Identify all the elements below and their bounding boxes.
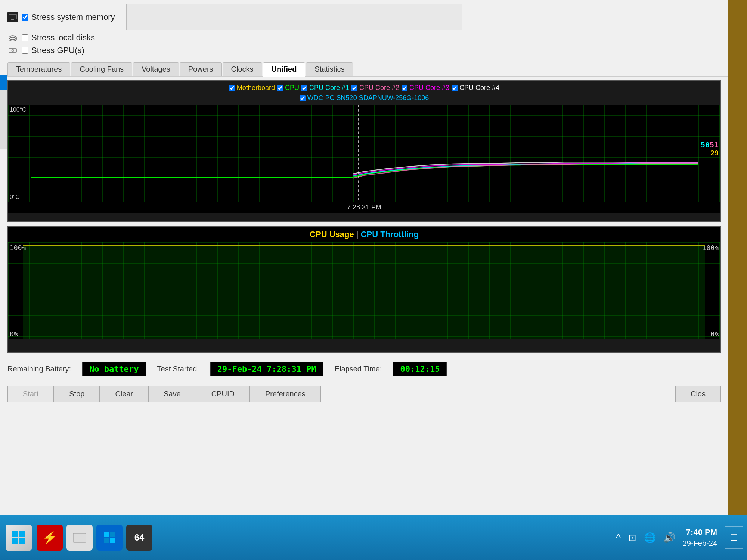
tabs-bar: Temperatures Cooling Fans Voltages Power… — [0, 60, 728, 77]
save-button[interactable]: Save — [148, 386, 196, 402]
taskbar-hwinfo-icon[interactable]: 64 — [126, 525, 152, 551]
stress-disks-label: Stress local disks — [31, 33, 95, 43]
svg-rect-0 — [9, 14, 16, 19]
tab-powers[interactable]: Powers — [180, 62, 222, 76]
legend-wdc-row: WDC PC SN520 SDAPNUW-256G-1006 — [16, 94, 713, 102]
tab-voltages[interactable]: Voltages — [133, 62, 179, 76]
tab-temperatures[interactable]: Temperatures — [7, 62, 70, 76]
stress-disks-checkbox[interactable] — [22, 34, 28, 41]
start-button[interactable]: Start — [7, 386, 54, 402]
tray-chevron[interactable]: ^ — [616, 532, 621, 544]
taskbar: ⚡ 64 ^ ⊡ 🌐 🔊 7:40 PM 29-Feb-24 ☐ — [0, 515, 747, 560]
tray-globe-icon[interactable]: 🌐 — [644, 532, 656, 544]
legend-cpu-checkbox[interactable] — [277, 85, 283, 91]
start-menu-button[interactable] — [6, 525, 32, 551]
svg-rect-1 — [11, 19, 14, 20]
taskbar-lightning-icon[interactable]: ⚡ — [37, 525, 63, 551]
tab-unified[interactable]: Unified — [263, 62, 306, 77]
stress-gpu-checkbox-area[interactable]: Stress GPU(s) — [22, 46, 84, 55]
cpu-usage-chart-area: 100% 0% 100% 0% — [8, 242, 720, 339]
taskbar-date-value: 29-Feb-24 — [683, 538, 717, 548]
cpu-usage-header: CPU Usage | CPU Throttling — [8, 227, 720, 242]
app-window: Stress system memory Stress local disks … — [0, 0, 728, 515]
legend-core2: CPU Core #2 — [351, 84, 399, 92]
elapsed-value: 00:12:15 — [393, 362, 447, 376]
cpu-usage-title: CPU Usage — [310, 230, 354, 239]
legend-motherboard: Motherboard — [229, 84, 275, 92]
svg-rect-19 — [104, 538, 109, 543]
tray-box-icon[interactable]: ⊡ — [628, 532, 636, 544]
gpu-icon — [7, 45, 18, 56]
stop-button[interactable]: Stop — [54, 386, 100, 402]
temp-legend: Motherboard CPU CPU Core #1 CPU Core #2 … — [8, 81, 720, 105]
svg-rect-17 — [104, 532, 109, 537]
stress-gpu-checkbox[interactable] — [22, 47, 28, 54]
stress-disks-row: Stress local disks — [7, 31, 721, 44]
monitor-icon — [7, 12, 18, 22]
taskbar-explorer-icon[interactable] — [66, 525, 93, 551]
test-started-value: 29-Feb-24 7:28:31 PM — [210, 362, 323, 376]
tab-cooling-fans[interactable]: Cooling Fans — [71, 62, 132, 76]
stress-placeholder-box — [126, 4, 462, 30]
stress-gpu-row: Stress GPU(s) — [7, 44, 721, 57]
clear-button[interactable]: Clear — [100, 386, 148, 402]
stress-options-panel: Stress system memory Stress local disks … — [0, 0, 728, 60]
battery-label: Remaining Battery: — [7, 365, 71, 373]
legend-core1: CPU Core #1 — [301, 84, 349, 92]
temp-value-51: 51 — [710, 140, 719, 149]
svg-rect-13 — [19, 531, 25, 537]
legend-wdc-label: WDC PC SN520 SDAPNUW-256G-1006 — [307, 94, 429, 102]
cpu-throttling-title: CPU Throttling — [361, 230, 419, 239]
usage-y-min-left: 0% — [10, 330, 18, 338]
legend-wdc: WDC PC SN520 SDAPNUW-256G-1006 — [300, 94, 429, 102]
svg-rect-14 — [12, 538, 18, 544]
y-label-max: 100°C — [10, 106, 29, 113]
legend-motherboard-label: Motherboard — [237, 84, 275, 92]
svg-rect-20 — [110, 538, 115, 543]
legend-core3-label: CPU Core #3 — [409, 84, 449, 92]
legend-core1-label: CPU Core #1 — [309, 84, 349, 92]
legend-core2-checkbox[interactable] — [351, 85, 357, 91]
battery-value: No battery — [82, 362, 146, 376]
info-bar: Remaining Battery: No battery Test Start… — [0, 357, 728, 382]
svg-rect-12 — [12, 531, 18, 537]
cpu-usage-separator: | — [356, 230, 359, 239]
disk-icon — [7, 32, 18, 43]
taskbar-store-icon[interactable] — [96, 525, 123, 551]
tray-volume-icon[interactable]: 🔊 — [663, 532, 675, 544]
temp-value-29: 29 — [710, 149, 719, 157]
legend-wdc-checkbox[interactable] — [300, 95, 306, 101]
stress-memory-label: Stress system memory — [31, 12, 115, 22]
taskbar-notification-button[interactable]: ☐ — [725, 526, 743, 549]
preferences-button[interactable]: Preferences — [250, 386, 321, 402]
stress-memory-checkbox-area[interactable]: Stress system memory — [22, 12, 115, 22]
tab-statistics[interactable]: Statistics — [306, 62, 353, 76]
stress-memory-checkbox[interactable] — [22, 14, 28, 21]
chart-time-label: 7:28:31 PM — [8, 202, 720, 213]
close-button[interactable]: Clos — [675, 386, 721, 402]
legend-core4: CPU Core #4 — [452, 84, 499, 92]
legend-core4-label: CPU Core #4 — [459, 84, 499, 92]
scrollbar-thumb[interactable] — [0, 75, 7, 90]
legend-core1-checkbox[interactable] — [301, 85, 307, 91]
stress-disks-checkbox-area[interactable]: Stress local disks — [22, 33, 95, 43]
chart-y-labels: 100°C 0°C — [8, 105, 31, 202]
temp-value-50: 50 — [701, 140, 710, 149]
svg-point-7 — [12, 49, 14, 52]
left-scrollbar[interactable] — [0, 75, 7, 149]
temp-chart-area: 100°C 0°C — [8, 105, 720, 202]
legend-cpu-label: CPU — [285, 84, 299, 92]
legend-core3-checkbox[interactable] — [402, 85, 407, 91]
temp-lines-svg — [31, 105, 698, 202]
svg-rect-15 — [19, 538, 25, 544]
svg-rect-11 — [23, 245, 705, 339]
legend-motherboard-checkbox[interactable] — [229, 85, 235, 91]
svg-rect-18 — [110, 532, 115, 537]
legend-core4-checkbox[interactable] — [452, 85, 458, 91]
tab-clocks[interactable]: Clocks — [223, 62, 262, 76]
button-bar: Start Stop Clear Save CPUID Preferences … — [0, 382, 728, 406]
taskbar-clock[interactable]: 7:40 PM 29-Feb-24 — [683, 527, 717, 549]
cpuid-button[interactable]: CPUID — [196, 386, 250, 402]
stress-gpu-label: Stress GPU(s) — [31, 46, 84, 55]
legend-core2-label: CPU Core #2 — [359, 84, 399, 92]
